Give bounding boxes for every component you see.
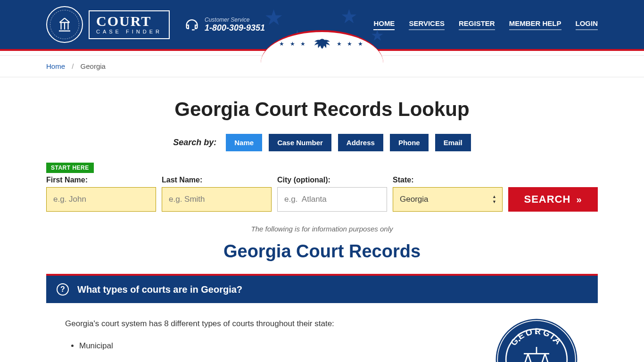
nav-member-help[interactable]: MEMBER HELP bbox=[509, 19, 561, 30]
start-here-badge: START HERE bbox=[46, 163, 94, 173]
tab-case-number[interactable]: Case Number bbox=[269, 134, 331, 151]
first-name-label: First Name: bbox=[46, 176, 156, 184]
city-input[interactable] bbox=[277, 187, 387, 212]
breadcrumb-home[interactable]: Home bbox=[46, 62, 65, 70]
tab-phone[interactable]: Phone bbox=[390, 134, 429, 151]
tab-address[interactable]: Address bbox=[338, 134, 383, 151]
last-name-label: Last Name: bbox=[162, 176, 272, 184]
svg-point-12 bbox=[536, 332, 537, 334]
state-value: Georgia bbox=[400, 195, 428, 204]
search-button-label: SEARCH bbox=[524, 193, 570, 206]
disclaimer-text: The following is for information purpose… bbox=[46, 225, 598, 233]
court-types-list: Municipal Magistrate bbox=[79, 339, 480, 362]
brand-subtitle: CASE FINDER bbox=[96, 29, 162, 34]
state-select[interactable]: Georgia ▲▼ bbox=[393, 187, 503, 212]
panel-intro: Georgia's court system has 8 different t… bbox=[65, 317, 480, 331]
svg-point-13 bbox=[544, 334, 546, 336]
nav-home[interactable]: HOME bbox=[373, 19, 395, 30]
customer-service: Customer Service 1-800-309-9351 bbox=[184, 16, 265, 33]
info-panel: ? What types of courts are in Georgia? G… bbox=[46, 274, 598, 362]
brand-seal-icon bbox=[46, 6, 83, 43]
svg-point-10 bbox=[519, 340, 520, 342]
eagle-icon bbox=[310, 37, 334, 51]
svg-point-14 bbox=[553, 340, 554, 342]
list-item: Municipal bbox=[79, 339, 480, 353]
chevron-right-icon: » bbox=[576, 194, 582, 205]
nav-services[interactable]: SERVICES bbox=[409, 19, 445, 30]
ribbon-divider: ★ ★ ★ ★ ★ ★ bbox=[0, 49, 644, 56]
nav-register[interactable]: REGISTER bbox=[459, 19, 495, 30]
first-name-input[interactable] bbox=[46, 187, 156, 212]
list-item: Magistrate bbox=[79, 359, 480, 362]
breadcrumb-current: Georgia bbox=[81, 62, 106, 70]
state-seal-icon: GEORGIA bbox=[494, 317, 579, 362]
field-last-name: Last Name: bbox=[162, 176, 272, 212]
panel-question: What types of courts are in Georgia? bbox=[77, 284, 242, 295]
section-title: Georgia Court Records bbox=[46, 241, 598, 262]
nav-login[interactable]: LOGIN bbox=[576, 19, 598, 30]
svg-point-0 bbox=[496, 319, 578, 362]
support-phone: 1-800-309-9351 bbox=[205, 23, 265, 33]
city-label: City (optional): bbox=[277, 176, 387, 184]
tab-email[interactable]: Email bbox=[435, 134, 471, 151]
eagle-emblem: ★ ★ ★ ★ ★ ★ bbox=[279, 37, 364, 51]
svg-point-11 bbox=[527, 334, 529, 336]
field-state: State: Georgia ▲▼ bbox=[393, 176, 503, 212]
field-first-name: First Name: bbox=[46, 176, 156, 212]
search-button[interactable]: SEARCH » bbox=[508, 187, 598, 212]
select-chevron-icon: ▲▼ bbox=[492, 195, 496, 204]
breadcrumb-separator: / bbox=[72, 62, 74, 70]
support-label: Customer Service bbox=[205, 16, 265, 23]
state-label: State: bbox=[393, 176, 503, 184]
headset-icon bbox=[184, 16, 200, 33]
brand-logo[interactable]: COURT CASE FINDER bbox=[46, 6, 170, 43]
search-by-row: Search by: Name Case Number Address Phon… bbox=[46, 134, 598, 151]
panel-header: ? What types of courts are in Georgia? bbox=[46, 276, 598, 303]
search-by-label: Search by: bbox=[173, 138, 216, 148]
main-content: Georgia Court Records Lookup Search by: … bbox=[46, 98, 598, 362]
brand-text: COURT CASE FINDER bbox=[89, 10, 170, 39]
question-icon: ? bbox=[57, 283, 69, 296]
search-form: First Name: Last Name: City (optional): … bbox=[46, 176, 598, 212]
page-title: Georgia Court Records Lookup bbox=[46, 98, 598, 121]
tab-name[interactable]: Name bbox=[226, 134, 262, 151]
last-name-input[interactable] bbox=[162, 187, 272, 212]
field-city: City (optional): bbox=[277, 176, 387, 212]
main-nav: HOME SERVICES REGISTER MEMBER HELP LOGIN bbox=[373, 19, 598, 30]
brand-title: COURT bbox=[96, 14, 162, 28]
